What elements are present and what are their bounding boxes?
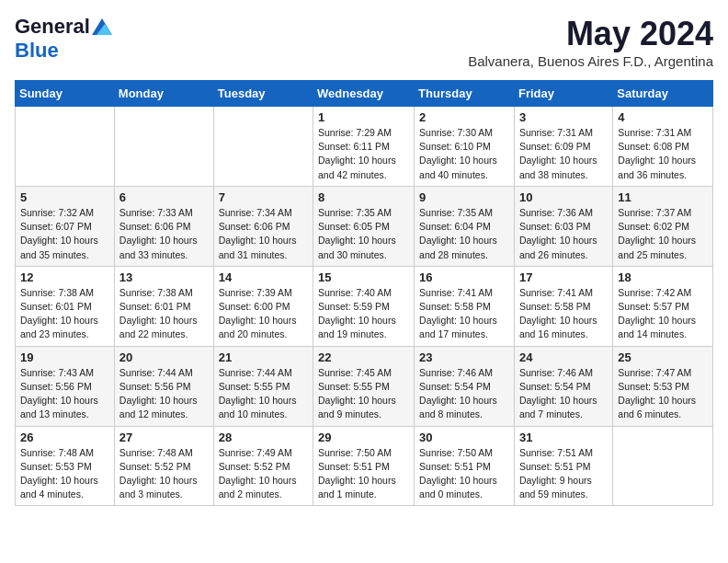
- calendar-cell: 6Sunrise: 7:33 AM Sunset: 6:06 PM Daylig…: [114, 186, 213, 266]
- day-info: Sunrise: 7:51 AM Sunset: 5:51 PM Dayligh…: [519, 446, 608, 502]
- calendar-cell: 3Sunrise: 7:31 AM Sunset: 6:09 PM Daylig…: [514, 107, 612, 187]
- calendar-cell: 30Sunrise: 7:50 AM Sunset: 5:51 PM Dayli…: [415, 426, 515, 506]
- day-number: 27: [119, 431, 209, 444]
- calendar-week-row: 1Sunrise: 7:29 AM Sunset: 6:11 PM Daylig…: [16, 107, 713, 187]
- calendar-cell: 17Sunrise: 7:41 AM Sunset: 5:58 PM Dayli…: [514, 266, 612, 346]
- day-number: 16: [419, 270, 509, 284]
- calendar-cell: 29Sunrise: 7:50 AM Sunset: 5:51 PM Dayli…: [313, 426, 415, 506]
- calendar-cell: 2Sunrise: 7:30 AM Sunset: 6:10 PM Daylig…: [415, 107, 515, 187]
- day-number: 6: [119, 190, 209, 204]
- day-number: 4: [618, 110, 708, 124]
- day-of-week-header: Monday: [114, 81, 213, 107]
- calendar-cell: 24Sunrise: 7:46 AM Sunset: 5:54 PM Dayli…: [514, 346, 612, 426]
- day-info: Sunrise: 7:49 AM Sunset: 5:52 PM Dayligh…: [219, 446, 308, 502]
- day-number: 1: [318, 110, 409, 124]
- logo-icon: [92, 18, 112, 35]
- day-number: 19: [20, 350, 109, 364]
- calendar-cell: 23Sunrise: 7:46 AM Sunset: 5:54 PM Dayli…: [415, 346, 515, 426]
- day-number: 11: [618, 190, 708, 204]
- calendar-cell: 18Sunrise: 7:42 AM Sunset: 5:57 PM Dayli…: [613, 266, 713, 346]
- day-of-week-header: Sunday: [16, 81, 115, 107]
- logo: General Blue: [15, 15, 112, 63]
- calendar-cell: 12Sunrise: 7:38 AM Sunset: 6:01 PM Dayli…: [16, 266, 115, 346]
- day-info: Sunrise: 7:46 AM Sunset: 5:54 PM Dayligh…: [419, 366, 509, 422]
- calendar-cell: 14Sunrise: 7:39 AM Sunset: 6:00 PM Dayli…: [213, 266, 313, 346]
- day-info: Sunrise: 7:38 AM Sunset: 6:01 PM Dayligh…: [119, 286, 209, 342]
- day-info: Sunrise: 7:44 AM Sunset: 5:56 PM Dayligh…: [119, 366, 209, 422]
- day-info: Sunrise: 7:50 AM Sunset: 5:51 PM Dayligh…: [318, 446, 409, 502]
- calendar-cell: 25Sunrise: 7:47 AM Sunset: 5:53 PM Dayli…: [613, 346, 713, 426]
- day-info: Sunrise: 7:30 AM Sunset: 6:10 PM Dayligh…: [419, 126, 509, 182]
- day-info: Sunrise: 7:46 AM Sunset: 5:54 PM Dayligh…: [519, 366, 608, 422]
- calendar-week-row: 5Sunrise: 7:32 AM Sunset: 6:07 PM Daylig…: [16, 186, 713, 266]
- day-info: Sunrise: 7:31 AM Sunset: 6:08 PM Dayligh…: [618, 126, 708, 182]
- day-of-week-header: Wednesday: [313, 81, 415, 107]
- day-number: 24: [519, 350, 608, 364]
- calendar-cell: 20Sunrise: 7:44 AM Sunset: 5:56 PM Dayli…: [114, 346, 213, 426]
- calendar-cell: 10Sunrise: 7:36 AM Sunset: 6:03 PM Dayli…: [514, 186, 612, 266]
- calendar-cell: 16Sunrise: 7:41 AM Sunset: 5:58 PM Dayli…: [415, 266, 515, 346]
- day-number: 15: [318, 270, 409, 284]
- day-number: 22: [318, 350, 409, 364]
- calendar-week-row: 19Sunrise: 7:43 AM Sunset: 5:56 PM Dayli…: [16, 346, 713, 426]
- day-of-week-header: Saturday: [613, 81, 713, 107]
- calendar-cell: 1Sunrise: 7:29 AM Sunset: 6:11 PM Daylig…: [313, 107, 415, 187]
- day-number: 8: [318, 190, 409, 204]
- day-of-week-header: Friday: [514, 81, 612, 107]
- calendar-cell: 9Sunrise: 7:35 AM Sunset: 6:04 PM Daylig…: [415, 186, 515, 266]
- day-info: Sunrise: 7:42 AM Sunset: 5:57 PM Dayligh…: [618, 286, 708, 342]
- day-number: 25: [618, 350, 708, 364]
- calendar-cell: 27Sunrise: 7:48 AM Sunset: 5:52 PM Dayli…: [114, 426, 213, 506]
- day-number: 9: [419, 190, 509, 204]
- day-info: Sunrise: 7:38 AM Sunset: 6:01 PM Dayligh…: [20, 286, 109, 342]
- day-number: 13: [119, 270, 209, 284]
- day-info: Sunrise: 7:40 AM Sunset: 5:59 PM Dayligh…: [318, 286, 409, 342]
- day-info: Sunrise: 7:43 AM Sunset: 5:56 PM Dayligh…: [20, 366, 109, 422]
- day-info: Sunrise: 7:37 AM Sunset: 6:02 PM Dayligh…: [618, 206, 708, 262]
- calendar-cell: [16, 107, 115, 187]
- day-of-week-header: Tuesday: [213, 81, 313, 107]
- day-number: 17: [519, 270, 608, 284]
- calendar-cell: 11Sunrise: 7:37 AM Sunset: 6:02 PM Dayli…: [613, 186, 713, 266]
- day-number: 2: [419, 110, 509, 124]
- calendar-cell: 13Sunrise: 7:38 AM Sunset: 6:01 PM Dayli…: [114, 266, 213, 346]
- calendar-week-row: 26Sunrise: 7:48 AM Sunset: 5:53 PM Dayli…: [16, 426, 713, 506]
- calendar-cell: [114, 107, 213, 187]
- day-info: Sunrise: 7:35 AM Sunset: 6:04 PM Dayligh…: [419, 206, 509, 262]
- calendar-cell: 8Sunrise: 7:35 AM Sunset: 6:05 PM Daylig…: [313, 186, 415, 266]
- day-info: Sunrise: 7:45 AM Sunset: 5:55 PM Dayligh…: [318, 366, 409, 422]
- calendar-header-row: SundayMondayTuesdayWednesdayThursdayFrid…: [16, 81, 713, 107]
- day-number: 31: [519, 431, 608, 444]
- day-info: Sunrise: 7:35 AM Sunset: 6:05 PM Dayligh…: [318, 206, 409, 262]
- header: General Blue May 2024 Balvanera, Buenos …: [15, 15, 713, 69]
- day-number: 14: [219, 270, 308, 284]
- calendar-cell: 31Sunrise: 7:51 AM Sunset: 5:51 PM Dayli…: [514, 426, 612, 506]
- calendar-cell: 26Sunrise: 7:48 AM Sunset: 5:53 PM Dayli…: [16, 426, 115, 506]
- day-number: 7: [219, 190, 308, 204]
- calendar-cell: 21Sunrise: 7:44 AM Sunset: 5:55 PM Dayli…: [213, 346, 313, 426]
- day-number: 30: [419, 431, 509, 444]
- calendar-cell: 19Sunrise: 7:43 AM Sunset: 5:56 PM Dayli…: [16, 346, 115, 426]
- month-title: May 2024: [468, 15, 713, 53]
- calendar-cell: 28Sunrise: 7:49 AM Sunset: 5:52 PM Dayli…: [213, 426, 313, 506]
- day-number: 12: [20, 270, 109, 284]
- day-info: Sunrise: 7:41 AM Sunset: 5:58 PM Dayligh…: [419, 286, 509, 342]
- calendar-week-row: 12Sunrise: 7:38 AM Sunset: 6:01 PM Dayli…: [16, 266, 713, 346]
- day-info: Sunrise: 7:48 AM Sunset: 5:52 PM Dayligh…: [119, 446, 209, 502]
- day-info: Sunrise: 7:32 AM Sunset: 6:07 PM Dayligh…: [20, 206, 109, 262]
- day-number: 5: [20, 190, 109, 204]
- subtitle: Balvanera, Buenos Aires F.D., Argentina: [468, 53, 713, 69]
- day-info: Sunrise: 7:41 AM Sunset: 5:58 PM Dayligh…: [519, 286, 608, 342]
- calendar: SundayMondayTuesdayWednesdayThursdayFrid…: [15, 80, 713, 506]
- day-info: Sunrise: 7:50 AM Sunset: 5:51 PM Dayligh…: [419, 446, 509, 502]
- calendar-cell: [213, 107, 313, 187]
- day-number: 28: [219, 431, 308, 444]
- day-info: Sunrise: 7:44 AM Sunset: 5:55 PM Dayligh…: [219, 366, 308, 422]
- logo-general: General: [15, 15, 90, 39]
- day-number: 26: [20, 431, 109, 444]
- day-number: 10: [519, 190, 608, 204]
- day-number: 29: [318, 431, 409, 444]
- day-info: Sunrise: 7:31 AM Sunset: 6:09 PM Dayligh…: [519, 126, 608, 182]
- title-area: May 2024 Balvanera, Buenos Aires F.D., A…: [468, 15, 713, 69]
- day-info: Sunrise: 7:48 AM Sunset: 5:53 PM Dayligh…: [20, 446, 109, 502]
